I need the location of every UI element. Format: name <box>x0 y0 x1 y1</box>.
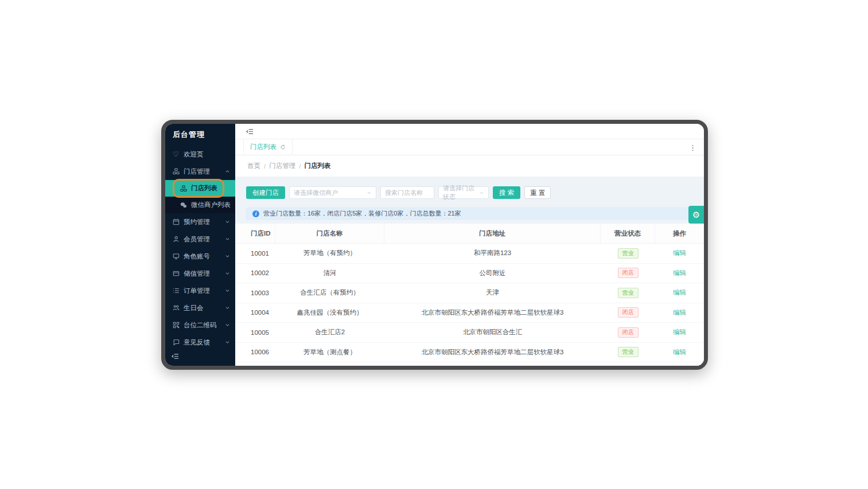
app-title: 后台管理 <box>165 124 235 146</box>
tab-store-list[interactable]: 门店列表 <box>243 139 293 155</box>
wechat-icon <box>180 201 187 209</box>
people-icon <box>172 304 180 312</box>
user-icon <box>172 236 180 243</box>
sidebar: 后台管理 ♡ 欢迎页 门店管理 门店列表 <box>165 124 235 366</box>
chevron-down-icon <box>225 254 230 259</box>
breadcrumb-store-management[interactable]: 门店管理 <box>269 162 295 170</box>
merchant-select[interactable]: 请选择微信商户 <box>289 186 376 199</box>
store-name: 芳草地（测点餐） <box>275 348 384 357</box>
store-count-alert: i 营业门店数量：16家，闭店门店5家，装修门店0家，门店总数量：21家 <box>246 208 694 220</box>
sidebar-item-birthday-party[interactable]: 生日会 <box>165 299 235 316</box>
chevron-down-icon <box>225 306 230 311</box>
sidebar-item-order-management[interactable]: 订单管理 <box>165 282 235 299</box>
chevron-down-icon <box>225 220 230 225</box>
status-badge: 营业 <box>618 347 639 357</box>
edit-link[interactable]: 编辑 <box>673 269 686 276</box>
sidebar-item-table-qrcode[interactable]: 台位二维码 <box>165 316 235 334</box>
sidebar-item-welcome[interactable]: ♡ 欢迎页 <box>165 146 235 163</box>
sidebar-item-label: 角色账号 <box>184 252 210 261</box>
info-icon: i <box>252 210 259 217</box>
tab-bar: 门店列表 ⋮ <box>235 139 704 155</box>
collapse-sidebar-icon[interactable] <box>246 128 254 135</box>
sidebar-item-member-management[interactable]: 会员管理 <box>165 230 235 248</box>
card-icon <box>172 270 180 277</box>
breadcrumb: 首页 / 门店管理 / 门店列表 <box>235 155 704 177</box>
chevron-down-icon <box>225 323 230 328</box>
settings-flyout-button[interactable]: ⚙ <box>688 206 704 224</box>
chat-icon <box>172 339 180 346</box>
status-badge: 闭店 <box>618 307 639 318</box>
store-name: 合生汇店（有预约） <box>275 288 384 297</box>
edit-link[interactable]: 编辑 <box>673 249 686 256</box>
store-name: 鑫兆佳园（没有预约） <box>275 308 384 317</box>
store-name: 合生汇店2 <box>275 328 384 337</box>
create-store-button[interactable]: 创建门店 <box>246 186 285 199</box>
filter-row: 创建门店 请选择微信商户 请选择门店状态 搜 索 重 置 <box>246 186 694 199</box>
reset-button[interactable]: 重 置 <box>524 186 551 199</box>
gear-icon: ⚙ <box>692 210 700 219</box>
sidebar-item-label: 生日会 <box>184 304 204 312</box>
merchant-select-placeholder: 请选择微信商户 <box>294 189 338 197</box>
calendar-icon <box>172 218 180 226</box>
edit-link[interactable]: 编辑 <box>673 289 686 296</box>
sidebar-fold-icon[interactable] <box>172 352 179 362</box>
tab-label: 门店列表 <box>250 143 277 151</box>
breadcrumb-home[interactable]: 首页 <box>247 162 260 170</box>
sidebar-item-label: 欢迎页 <box>184 150 204 159</box>
sidebar-item-label: 订单管理 <box>184 287 210 295</box>
sidebar-item-label: 意见反馈 <box>184 338 210 347</box>
store-name-search-input[interactable] <box>380 186 434 199</box>
chevron-up-icon <box>225 169 230 174</box>
store-icon <box>172 168 180 175</box>
sidebar-item-booking-management[interactable]: 预约管理 <box>165 213 235 230</box>
header-store-status: 营业状态 <box>601 224 655 243</box>
table-row: 10004 鑫兆佳园（没有预约） 北京市朝阳区东大桥路侨福芳草地二层软软星球3 … <box>235 303 704 323</box>
edit-link[interactable]: 编辑 <box>673 349 686 355</box>
sidebar-item-store-list[interactable]: 门店列表 <box>165 180 235 197</box>
status-badge: 闭店 <box>618 327 639 338</box>
store-id: 10002 <box>235 269 275 276</box>
store-address: 天津 <box>384 288 601 297</box>
store-count-alert-text: 营业门店数量：16家，闭店门店5家，装修门店0家，门店总数量：21家 <box>263 209 461 218</box>
sidebar-item-label: 台位二维码 <box>184 321 217 330</box>
search-button[interactable]: 搜 索 <box>493 186 520 199</box>
edit-link[interactable]: 编辑 <box>673 328 686 335</box>
edit-link[interactable]: 编辑 <box>673 309 686 316</box>
sidebar-item-label: 会员管理 <box>184 235 210 244</box>
store-id: 10004 <box>235 309 275 316</box>
sidebar-item-feedback[interactable]: 意见反馈 <box>165 334 235 351</box>
breadcrumb-current: 门店列表 <box>304 162 330 170</box>
store-status-select-placeholder: 请选择门店状态 <box>443 184 476 201</box>
qrcode-icon <box>172 322 180 329</box>
sidebar-item-label: 门店管理 <box>184 167 210 176</box>
sidebar-item-label: 微信商户列表 <box>191 201 231 209</box>
status-badge: 营业 <box>618 248 639 259</box>
list-icon <box>172 287 180 295</box>
table-row: 10002 清河 公司附近 闭店 编辑 <box>235 264 704 284</box>
header-store-address: 门店地址 <box>384 224 601 243</box>
chevron-down-icon <box>479 190 484 195</box>
sidebar-item-wechat-merchants[interactable]: 微信商户列表 <box>165 197 235 213</box>
store-address: 北京市朝阳区合生汇 <box>384 328 601 337</box>
chevron-down-icon <box>225 288 230 294</box>
store-id: 10003 <box>235 290 275 296</box>
status-badge: 营业 <box>618 288 639 298</box>
table-row: 10005 合生汇店2 北京市朝阳区合生汇 闭店 编辑 <box>235 323 704 343</box>
table-row: 10006 芳草地（测点餐） 北京市朝阳区东大桥路侨福芳草地二层软软星球3 营业… <box>235 343 704 363</box>
table-header-row: 门店ID 门店名称 门店地址 营业状态 操作 <box>235 224 704 244</box>
sidebar-item-label: 预约管理 <box>184 218 210 226</box>
chevron-down-icon <box>225 340 230 345</box>
store-address: 北京市朝阳区东大桥路侨福芳草地二层软软星球3 <box>384 348 601 357</box>
breadcrumb-separator: / <box>299 163 301 170</box>
sidebar-item-role-accounts[interactable]: 角色账号 <box>165 248 235 265</box>
header-store-id: 门店ID <box>235 224 275 243</box>
sidebar-item-stored-value[interactable]: 储值管理 <box>165 265 235 282</box>
header-actions: 操作 <box>655 224 704 243</box>
refresh-icon[interactable] <box>280 144 286 150</box>
chevron-down-icon <box>225 237 230 242</box>
tab-options-icon[interactable]: ⋮ <box>689 143 696 151</box>
store-status-select[interactable]: 请选择门店状态 <box>438 186 489 199</box>
breadcrumb-separator: / <box>264 163 266 170</box>
sidebar-item-store-management[interactable]: 门店管理 <box>165 163 235 180</box>
store-id: 10006 <box>235 349 275 355</box>
